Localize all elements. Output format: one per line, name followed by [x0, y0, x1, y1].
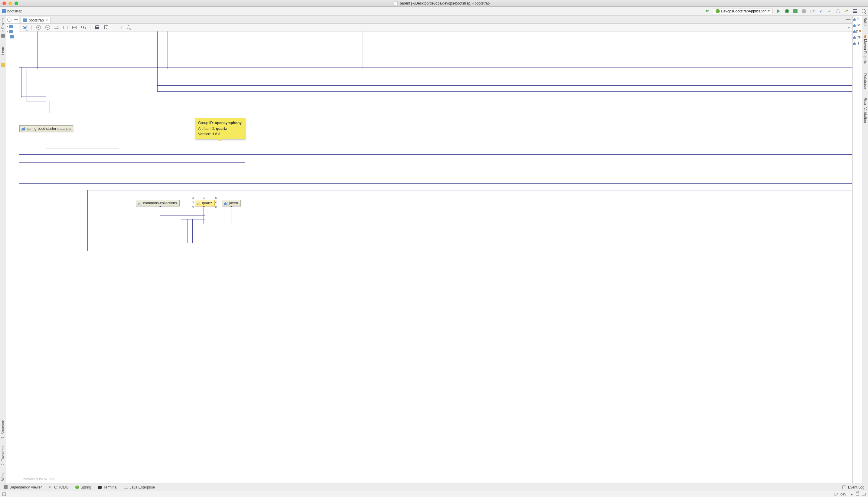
git-branch-label[interactable]: Git: dev: [834, 492, 846, 496]
node-label: quartz: [202, 201, 212, 205]
git-revert-icon[interactable]: ↶: [844, 9, 849, 14]
tool-window-maven[interactable]: mMaven Projects: [863, 35, 867, 64]
module-icon: [2, 9, 6, 13]
maven-item[interactable]: b: [853, 17, 861, 21]
tool-window-dependency-viewer[interactable]: Dependency Viewer: [4, 485, 42, 489]
tool-window-spring[interactable]: Spring: [75, 485, 91, 489]
dependency-diagram-canvas[interactable]: spring-boot-starter-data-jpa commons-col…: [19, 31, 852, 483]
more-actions-icon[interactable]: »: [848, 25, 849, 30]
git-history-icon[interactable]: [835, 9, 841, 14]
run-config-name: DevopsBootstrapApplication: [721, 9, 767, 13]
macos-titlebar: parent [~/Desktop/devops/devops-bootstra…: [0, 0, 868, 7]
dependency-icon: [4, 485, 8, 489]
project-tree-item[interactable]: [7, 35, 18, 39]
fit-content-icon[interactable]: [63, 25, 68, 30]
search-everywhere-icon[interactable]: [861, 9, 866, 14]
tooltip-version-value: 1.6.3: [212, 132, 220, 136]
debug-button[interactable]: [784, 9, 790, 14]
tool-window-favorites-label: 2: Favorites: [1, 446, 5, 466]
lock-icon[interactable]: [856, 493, 859, 496]
library-icon: [853, 42, 857, 45]
save-diagram-icon[interactable]: [95, 25, 100, 30]
tool-windows-toggle-icon[interactable]: [2, 493, 6, 496]
tool-window-learn-label: Learn: [1, 46, 5, 55]
maven-projects-panel: b id pm re s: [852, 16, 862, 483]
navigate-back-icon[interactable]: [704, 9, 710, 14]
tool-window-web[interactable]: Web: [1, 473, 5, 481]
file-icon: [394, 1, 398, 5]
run-button[interactable]: [776, 9, 781, 14]
tool-window-terminal[interactable]: Terminal: [98, 485, 117, 489]
node-jaxen[interactable]: jaxen: [222, 200, 241, 207]
folder-icon: [9, 30, 13, 33]
hector-icon[interactable]: [862, 493, 866, 496]
zoom-window-icon[interactable]: [15, 1, 18, 5]
maven-item[interactable]: s: [853, 41, 861, 45]
window-title: parent [~/Desktop/devops/devops-bootstra…: [18, 1, 866, 5]
window-controls: [2, 1, 18, 5]
library-icon: [853, 17, 857, 20]
git-commit-icon[interactable]: ✓: [827, 9, 832, 14]
tab-bootstrap[interactable]: bootstrap ×: [20, 17, 50, 23]
node-quartz[interactable]: quartz: [195, 200, 215, 207]
git-update-icon[interactable]: ↙: [819, 9, 824, 14]
tool-window-database[interactable]: Database: [863, 73, 867, 89]
folder-icon: [10, 35, 14, 39]
library-icon: [138, 202, 142, 205]
tool-window-learn[interactable]: Learn: [1, 46, 5, 55]
run-controls: DevopsBootstrapApplication Git: ↙ ✓ ↶: [704, 8, 866, 14]
tooltip-artifact-label: Artifact ID:: [198, 127, 216, 131]
tool-window-event-log[interactable]: Event Log: [842, 485, 864, 489]
tool-window-bean-validation[interactable]: Bean Validation: [863, 98, 867, 123]
zoom-actual-icon[interactable]: 1:1: [54, 25, 59, 30]
tooltip-artifact-value: quartz: [216, 127, 227, 131]
print-icon[interactable]: [117, 25, 122, 30]
node-spring-boot-starter-data-jpa[interactable]: spring-boot-starter-data-jpa: [19, 125, 73, 132]
tool-label: 6: TODO: [54, 485, 69, 489]
editor-tabs: bootstrap ×: [19, 16, 852, 24]
diagram-toolbar: + − 1:1 »: [19, 24, 852, 31]
tool-window-bean-label: Bean Validation: [863, 98, 867, 123]
tool-window-project[interactable]: 1: Project: [1, 17, 5, 38]
find-icon[interactable]: [127, 25, 131, 30]
show-dependencies-icon[interactable]: [23, 25, 27, 30]
tool-window-todo[interactable]: 6: TODO: [48, 485, 69, 489]
minimize-icon[interactable]: [14, 19, 18, 20]
tool-window-maven-label: Maven Projects: [863, 39, 867, 64]
project-tree-item[interactable]: [7, 25, 18, 28]
maven-item[interactable]: re: [853, 35, 861, 39]
run-configuration-selector[interactable]: DevopsBootstrapApplication: [713, 8, 773, 14]
tool-window-structure[interactable]: 7: Structure: [1, 420, 5, 439]
tooltip-arrow-icon: [218, 139, 222, 141]
tool-window-java-enterprise[interactable]: Java Enterprise: [124, 485, 155, 489]
tool-window-project-label: 1: Project: [1, 17, 5, 33]
main-body: 1: Project Learn 7: Structure 2: Favorit…: [0, 16, 868, 483]
export-diagram-icon[interactable]: [104, 25, 108, 30]
library-icon: [853, 36, 857, 39]
breadcrumb[interactable]: bootstrap 〉: [2, 9, 28, 14]
gear-icon[interactable]: [7, 17, 12, 22]
node-commons-collections[interactable]: commons-collections: [136, 200, 180, 207]
project-tree-item[interactable]: [7, 30, 18, 33]
todo-icon: [48, 485, 52, 489]
apply-layout-icon[interactable]: [72, 25, 77, 30]
project-structure-icon[interactable]: [852, 9, 858, 14]
zoom-in-icon[interactable]: +: [36, 25, 41, 30]
project-icon: [1, 34, 5, 38]
maven-item[interactable]: pm: [853, 29, 861, 33]
tool-window-build[interactable]: Build: [863, 17, 867, 26]
tool-window-favorites[interactable]: 2: Favorites: [1, 446, 5, 466]
zoom-out-icon[interactable]: −: [45, 25, 50, 30]
close-tab-icon[interactable]: ×: [46, 18, 48, 23]
coverage-button[interactable]: [793, 9, 798, 14]
stop-button[interactable]: [801, 9, 807, 14]
minimize-window-icon[interactable]: [9, 1, 12, 5]
hide-tabs-icon[interactable]: [846, 19, 851, 20]
library-icon: [853, 24, 857, 27]
route-edges-icon[interactable]: [81, 25, 86, 30]
tool-label: Java Enterprise: [130, 485, 155, 489]
tool-label: Spring: [81, 485, 91, 489]
close-window-icon[interactable]: [2, 1, 6, 5]
branch-dropdown-icon[interactable]: [849, 492, 853, 496]
maven-item[interactable]: id: [853, 23, 861, 27]
